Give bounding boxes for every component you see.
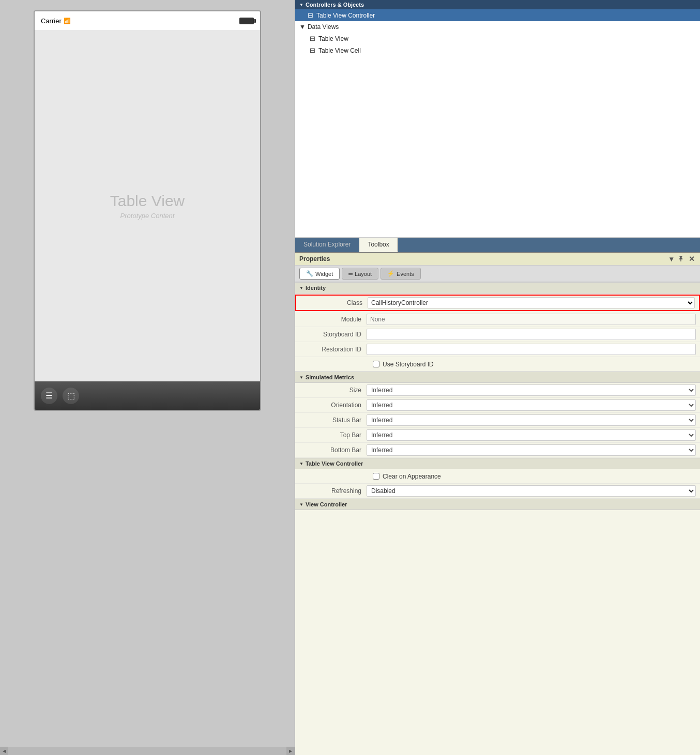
table-view-controller-label: Table View Controller	[316, 12, 375, 19]
tvc-section-label: Table View Controller	[306, 460, 363, 467]
bottom-bar-control: Inferred	[367, 444, 696, 456]
size-row: Size Inferred Fixed None	[295, 383, 700, 398]
status-bar-label: Status Bar	[299, 417, 367, 424]
size-select[interactable]: Inferred Fixed None	[367, 384, 696, 396]
properties-header: Properties ▾ 🖈 ✕	[295, 253, 700, 266]
size-control: Inferred Fixed None	[367, 384, 696, 396]
refreshing-label: Refreshing	[299, 487, 367, 495]
restoration-id-label: Restoration ID	[299, 346, 367, 353]
storyboard-id-row: Storyboard ID	[295, 327, 700, 342]
iphone-mockup: Carrier 📶 Table View Prototype Content ☰…	[34, 10, 261, 411]
pin-btn[interactable]: 🖈	[676, 255, 686, 263]
top-bar-row: Top Bar Inferred	[295, 428, 700, 443]
table-view-controller-icon: ⊟	[308, 11, 313, 19]
events-tab-icon: ⚡	[387, 270, 394, 277]
use-storyboard-id-row: Use Storyboard ID	[295, 357, 700, 372]
clear-on-appearance-label: Clear on Appearance	[383, 473, 441, 480]
widget-tab-label: Widget	[315, 271, 333, 277]
data-views-label: Data Views	[308, 23, 339, 30]
module-input[interactable]	[367, 314, 696, 325]
top-bar-control: Inferred	[367, 429, 696, 441]
layout-tab-icon: ═	[348, 271, 353, 277]
identity-section-header: ▼ Identity	[295, 282, 700, 294]
events-tab[interactable]: ⚡ Events	[381, 268, 421, 280]
module-label: Module	[299, 316, 367, 323]
bottom-bar-row: Bottom Bar Inferred	[295, 443, 700, 458]
refreshing-control: Disabled Enabled	[367, 485, 696, 497]
orientation-select[interactable]: Inferred	[367, 399, 696, 411]
class-control: ▾	[368, 297, 695, 309]
table-view-label: Table View	[110, 192, 185, 210]
right-panel: ▼ Controllers & Objects ⊟ Table View Con…	[295, 0, 700, 755]
iphone-toolbar: ☰ ⬚	[35, 381, 260, 410]
restoration-id-row: Restoration ID	[295, 342, 700, 357]
widget-tab[interactable]: 🔧 Widget	[299, 268, 340, 280]
clear-on-appearance-row: Clear on Appearance	[295, 469, 700, 484]
vc-section-label: View Controller	[306, 501, 347, 507]
use-storyboard-id-checkbox[interactable]	[373, 361, 379, 367]
wifi-icon: 📶	[64, 18, 71, 24]
module-row: Module	[295, 312, 700, 327]
dropdown-btn[interactable]: ▾	[668, 255, 674, 263]
layout-tab-label: Layout	[355, 271, 372, 277]
properties-panel: Properties ▾ 🖈 ✕ 🔧 Widget ═ Layout	[295, 253, 700, 755]
storyboard-id-input[interactable]	[367, 329, 696, 340]
orientation-label: Orientation	[299, 402, 367, 409]
toolbox-tab[interactable]: Toolbox	[359, 238, 398, 252]
status-bar-row: Status Bar Inferred	[295, 413, 700, 428]
table-view-controller-section-header: ▼ Table View Controller	[295, 458, 700, 469]
menu-toolbar-icon[interactable]: ☰	[41, 388, 57, 404]
vc-tri: ▼	[299, 502, 303, 507]
table-view-cell-item[interactable]: ⊟ Table View Cell	[295, 44, 700, 56]
top-bar-select[interactable]: Inferred	[367, 429, 696, 441]
table-view-controller-item[interactable]: ⊟ Table View Controller	[295, 9, 700, 21]
identity-section-label: Identity	[306, 285, 326, 291]
scroll-right-arrow[interactable]: ▶	[286, 747, 295, 755]
size-label: Size	[299, 387, 367, 394]
iphone-content: Table View Prototype Content	[35, 30, 260, 381]
events-tab-label: Events	[397, 271, 414, 277]
table-view-item-label: Table View	[318, 35, 348, 42]
controllers-triangle: ▼	[299, 3, 303, 7]
simulated-metrics-section-header: ▼ Simulated Metrics	[295, 372, 700, 383]
orientation-control: Inferred	[367, 399, 696, 411]
bottom-bar-label: Bottom Bar	[299, 446, 367, 454]
table-view-icon: ⊟	[310, 35, 315, 42]
class-input[interactable]	[368, 298, 684, 308]
close-btn[interactable]: ✕	[688, 255, 696, 263]
tvc-tri: ▼	[299, 461, 303, 466]
scroll-left-arrow[interactable]: ◀	[0, 747, 8, 755]
exit-toolbar-icon[interactable]: ⬚	[63, 388, 79, 404]
clear-on-appearance-checkbox[interactable]	[373, 473, 379, 480]
tab-bar: Solution Explorer Toolbox	[295, 238, 700, 253]
solution-explorer-tab[interactable]: Solution Explorer	[295, 238, 359, 252]
identity-tri: ▼	[299, 286, 303, 290]
status-carrier: Carrier 📶	[41, 17, 71, 25]
data-views-triangle: ▼	[299, 23, 306, 30]
layout-tab[interactable]: ═ Layout	[342, 268, 378, 280]
properties-header-actions: ▾ 🖈 ✕	[668, 255, 696, 263]
orientation-row: Orientation Inferred	[295, 398, 700, 413]
class-row: Class ▾	[295, 295, 700, 311]
canvas-panel: Carrier 📶 Table View Prototype Content ☰…	[0, 0, 295, 755]
table-view-cell-icon: ⊟	[310, 47, 315, 54]
table-view-cell-label: Table View Cell	[318, 47, 361, 54]
widget-tab-icon: 🔧	[306, 270, 313, 277]
class-dropdown[interactable]: ▾	[684, 298, 694, 308]
refreshing-row: Refreshing Disabled Enabled	[295, 484, 700, 499]
class-label: Class	[300, 299, 368, 306]
restoration-id-input[interactable]	[367, 344, 696, 355]
status-bar-select[interactable]: Inferred	[367, 414, 696, 426]
canvas-scrollbar[interactable]: ◀ ▶	[0, 747, 295, 755]
refreshing-select[interactable]: Disabled Enabled	[367, 485, 696, 497]
controllers-section-header: ▼ Controllers & Objects	[295, 0, 700, 9]
object-tree: ▼ Controllers & Objects ⊟ Table View Con…	[295, 0, 700, 238]
simulated-metrics-label: Simulated Metrics	[306, 374, 354, 380]
simulated-metrics-tri: ▼	[299, 375, 303, 380]
prop-content: ▼ Identity Class ▾	[295, 282, 700, 755]
table-view-item[interactable]: ⊟ Table View	[295, 33, 700, 44]
prop-tabs: 🔧 Widget ═ Layout ⚡ Events	[295, 266, 700, 282]
battery-icon	[239, 18, 254, 24]
storyboard-id-label: Storyboard ID	[299, 331, 367, 338]
bottom-bar-select[interactable]: Inferred	[367, 444, 696, 456]
